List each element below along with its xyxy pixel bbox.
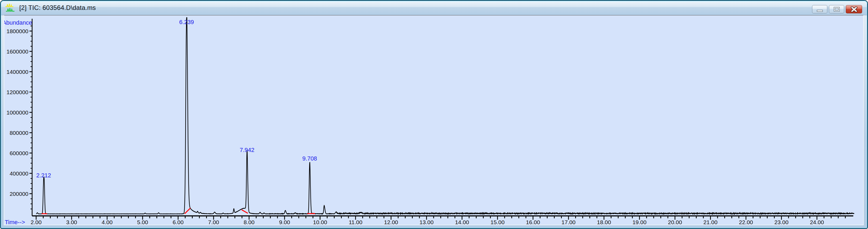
y-tick-label: 800000 (10, 130, 28, 136)
tic-window: [2] TIC: 603564.D\data.ms 2.003.004.005.… (0, 0, 868, 229)
x-tick-label: 18.00 (597, 219, 611, 225)
peak-labels: 2.2126.2397.9429.708 (36, 19, 317, 179)
x-tick-label: 6.00 (173, 219, 184, 225)
x-axis: 2.003.004.005.006.007.008.009.0010.0011.… (31, 216, 853, 225)
x-tick-label: 11.00 (349, 219, 363, 225)
x-tick-label: 7.00 (208, 219, 219, 225)
y-axis: 2000004000006000008000001000000120000014… (6, 19, 32, 216)
x-tick-label: 12.00 (384, 219, 398, 225)
minimize-icon (817, 10, 823, 12)
restore-button[interactable] (829, 5, 844, 13)
x-tick-label: 21.00 (703, 219, 718, 225)
x-tick-label: 19.00 (632, 219, 647, 225)
y-tick-label: 1200000 (6, 89, 28, 95)
x-tick-label: 17.00 (561, 219, 576, 225)
x-tick-label: 14.00 (455, 219, 469, 225)
x-tick-label: 3.00 (66, 219, 77, 225)
peak-label: 9.708 (303, 155, 317, 162)
chromatogram-icon (5, 3, 16, 13)
x-tick-label: 24.00 (810, 219, 824, 225)
x-tick-label: 5.00 (137, 219, 148, 225)
x-tick-label: 9.00 (279, 219, 290, 225)
y-tick-label: 200000 (10, 191, 28, 197)
minimize-button[interactable] (812, 5, 827, 13)
x-tick-label: 13.00 (420, 219, 434, 225)
x-tick-label: 23.00 (774, 219, 788, 225)
x-tick-label: 20.00 (668, 219, 682, 225)
titlebar[interactable]: [2] TIC: 603564.D\data.ms (1, 1, 867, 15)
x-tick-label: 15.00 (491, 219, 505, 225)
close-icon (850, 6, 858, 12)
peak-label: 2.212 (36, 172, 51, 179)
chromatogram-chart[interactable]: 2.003.004.005.006.007.008.009.0010.0011.… (4, 15, 864, 226)
close-button[interactable] (846, 5, 862, 13)
y-tick-label: 1600000 (6, 48, 28, 55)
y-axis-title: Abundance (4, 19, 32, 26)
x-axis-title: Time--> (5, 219, 25, 226)
peak-label: 7.942 (240, 146, 254, 153)
x-tick-label: 10.00 (313, 219, 327, 225)
window-controls (812, 5, 862, 13)
window-title: [2] TIC: 603564.D\data.ms (19, 4, 96, 11)
y-tick-label: 1800000 (6, 28, 28, 34)
tic-trace (36, 18, 854, 214)
x-tick-label: 2.00 (31, 219, 42, 225)
x-tick-label: 22.00 (739, 219, 753, 225)
y-tick-label: 1400000 (6, 69, 28, 75)
y-tick-label: 600000 (10, 150, 28, 156)
restore-icon (834, 7, 839, 11)
integration-marks (42, 208, 315, 214)
chart-client-area: 2.003.004.005.006.007.008.009.0010.0011.… (4, 15, 864, 225)
x-tick-label: 8.00 (244, 219, 254, 225)
peak-label: 6.239 (179, 19, 194, 25)
y-tick-label: 1000000 (6, 109, 28, 116)
y-tick-label: 400000 (10, 170, 28, 176)
x-tick-label: 4.00 (102, 219, 113, 225)
x-tick-label: 16.00 (526, 219, 540, 225)
